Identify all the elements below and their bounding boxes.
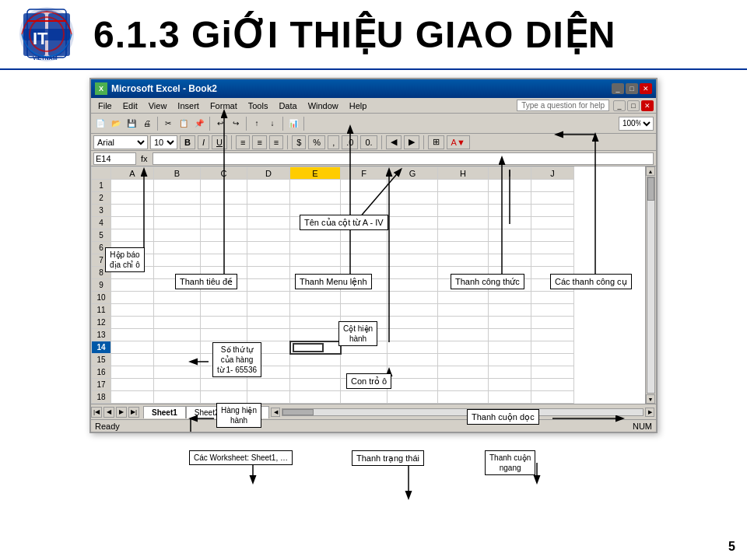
- cell-B16[interactable]: [154, 366, 201, 379]
- cell-I10[interactable]: [489, 292, 531, 304]
- cell-G17[interactable]: [388, 379, 438, 391]
- cell-H1[interactable]: [438, 180, 489, 192]
- sheet-tab-sheet1[interactable]: Sheet1: [143, 406, 186, 418]
- cell-G1[interactable]: [388, 180, 438, 192]
- cell-A17[interactable]: [111, 379, 154, 391]
- v-scroll-thumb[interactable]: [647, 177, 654, 201]
- cell-C5[interactable]: [201, 229, 247, 242]
- cell-D5[interactable]: [247, 229, 290, 242]
- cell-H3[interactable]: [438, 205, 489, 217]
- cell-D2[interactable]: [247, 192, 290, 205]
- cell-J14[interactable]: [531, 341, 574, 354]
- cell-D7[interactable]: [247, 254, 290, 267]
- cell-G15[interactable]: [388, 354, 438, 366]
- cell-J7[interactable]: [531, 254, 574, 267]
- cell-D8[interactable]: [247, 267, 290, 279]
- cell-A14[interactable]: [111, 341, 154, 354]
- cell-E1[interactable]: [290, 180, 341, 192]
- cell-H14[interactable]: [438, 341, 489, 354]
- cell-G7[interactable]: [388, 254, 438, 267]
- menu-tools[interactable]: Tools: [244, 100, 273, 112]
- chart-button[interactable]: 📊: [286, 117, 300, 131]
- cell-C7[interactable]: [201, 254, 247, 267]
- cell-D12[interactable]: [247, 317, 290, 329]
- cell-G9[interactable]: [388, 279, 438, 292]
- menu-window[interactable]: Window: [303, 100, 343, 112]
- cell-J1[interactable]: [531, 180, 574, 192]
- cell-A15[interactable]: [111, 354, 154, 366]
- cell-H4[interactable]: [438, 217, 489, 229]
- menu-help[interactable]: Help: [345, 100, 372, 112]
- cell-F18[interactable]: [341, 391, 388, 404]
- sort-asc-button[interactable]: ↑: [250, 117, 264, 131]
- bold-button[interactable]: B: [180, 135, 195, 149]
- cell-F7[interactable]: [341, 254, 388, 267]
- align-center-button[interactable]: ≡: [252, 135, 266, 149]
- cell-D3[interactable]: [247, 205, 290, 217]
- cell-I14[interactable]: [489, 341, 531, 354]
- print-button[interactable]: 🖨: [140, 117, 154, 131]
- font-select[interactable]: Arial: [93, 135, 148, 149]
- cell-C11[interactable]: [201, 304, 247, 317]
- sheet-last-button[interactable]: ▶|: [128, 407, 139, 418]
- cell-J3[interactable]: [531, 205, 574, 217]
- col-header-A[interactable]: A: [111, 167, 154, 180]
- close-button[interactable]: ✕: [640, 83, 652, 94]
- cell-C3[interactable]: [201, 205, 247, 217]
- cell-J15[interactable]: [531, 354, 574, 366]
- cell-A1[interactable]: [111, 180, 154, 192]
- cell-H13[interactable]: [438, 329, 489, 341]
- cell-C2[interactable]: [201, 192, 247, 205]
- cell-E5[interactable]: [290, 229, 341, 242]
- cell-B13[interactable]: [154, 329, 201, 341]
- cell-G12[interactable]: [388, 317, 438, 329]
- cell-A5[interactable]: [111, 229, 154, 242]
- cell-G3[interactable]: [388, 205, 438, 217]
- cell-H6[interactable]: [438, 242, 489, 254]
- cell-H15[interactable]: [438, 354, 489, 366]
- align-left-button[interactable]: ≡: [236, 135, 250, 149]
- dec-dec-button[interactable]: 0.: [360, 135, 377, 149]
- save-button[interactable]: 💾: [124, 117, 139, 131]
- cell-D18[interactable]: [247, 391, 290, 404]
- cell-J5[interactable]: [531, 229, 574, 242]
- cell-I5[interactable]: [489, 229, 531, 242]
- cell-J11[interactable]: [531, 304, 574, 317]
- cell-I1[interactable]: [489, 180, 531, 192]
- col-header-F[interactable]: F: [341, 167, 388, 180]
- cell-H7[interactable]: [438, 254, 489, 267]
- cell-C6[interactable]: [201, 242, 247, 254]
- cell-B2[interactable]: [154, 192, 201, 205]
- cell-B5[interactable]: [154, 229, 201, 242]
- cell-H17[interactable]: [438, 379, 489, 391]
- new-button[interactable]: 📄: [93, 117, 107, 131]
- cell-I13[interactable]: [489, 329, 531, 341]
- cell-F15[interactable]: [341, 354, 388, 366]
- cell-E10[interactable]: [290, 292, 341, 304]
- cell-I18[interactable]: [489, 391, 531, 404]
- menu-format[interactable]: Format: [205, 100, 242, 112]
- cell-C17[interactable]: [201, 379, 247, 391]
- cell-H5[interactable]: [438, 229, 489, 242]
- cell-B7[interactable]: [154, 254, 201, 267]
- paste-button[interactable]: 📌: [192, 117, 206, 131]
- cell-H16[interactable]: [438, 366, 489, 379]
- cell-B3[interactable]: [154, 205, 201, 217]
- cell-C1[interactable]: [201, 180, 247, 192]
- help-search[interactable]: Type a question for help: [517, 100, 609, 111]
- cell-I7[interactable]: [489, 254, 531, 267]
- cell-I11[interactable]: [489, 304, 531, 317]
- menu-view[interactable]: View: [144, 100, 172, 112]
- cell-E15[interactable]: [290, 354, 341, 366]
- h-scroll-track[interactable]: [282, 408, 644, 416]
- cell-A3[interactable]: [111, 205, 154, 217]
- cell-D6[interactable]: [247, 242, 290, 254]
- col-header-E[interactable]: E: [290, 167, 341, 180]
- app-close[interactable]: ✕: [641, 100, 654, 111]
- scroll-up-button[interactable]: ▲: [646, 166, 655, 176]
- cell-F10[interactable]: [341, 292, 388, 304]
- cell-E11[interactable]: [290, 304, 341, 317]
- comma-button[interactable]: ,: [328, 135, 339, 149]
- cell-C12[interactable]: [201, 317, 247, 329]
- col-header-I[interactable]: I: [489, 167, 531, 180]
